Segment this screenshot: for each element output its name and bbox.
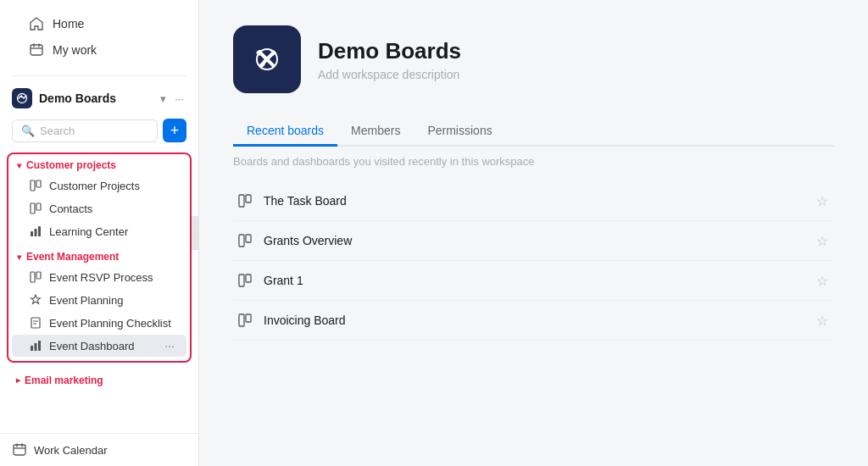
workspace-controls: ▾ ··· bbox=[158, 91, 186, 107]
board-item-icon-3 bbox=[236, 312, 253, 329]
board-name-2: Grant 1 bbox=[264, 274, 804, 287]
workspace-more-icon[interactable]: ··· bbox=[172, 91, 186, 107]
group-email-marketing[interactable]: ▾ Email marketing bbox=[7, 369, 192, 389]
chart-icon-2 bbox=[29, 339, 42, 352]
board-item-2[interactable]: Grant 1 ☆ bbox=[233, 261, 834, 301]
svg-rect-14 bbox=[38, 341, 41, 351]
svg-rect-2 bbox=[31, 180, 35, 191]
svg-rect-15 bbox=[14, 445, 25, 455]
sidebar-item-work-calendar[interactable]: Work Calendar bbox=[0, 434, 198, 466]
add-button[interactable]: + bbox=[163, 119, 186, 142]
svg-rect-7 bbox=[35, 229, 37, 236]
tab-recent-boards[interactable]: Recent boards bbox=[233, 117, 337, 147]
board-item-icon-2 bbox=[236, 272, 253, 289]
tab-members[interactable]: Members bbox=[337, 117, 414, 147]
group-customer-projects[interactable]: ▾ Customer projects bbox=[8, 154, 190, 174]
mywork-icon bbox=[29, 42, 44, 58]
sidebar-item-event-planning[interactable]: Event Planning bbox=[12, 289, 186, 311]
svg-rect-23 bbox=[239, 275, 244, 286]
workspace-logo-icon bbox=[12, 88, 32, 108]
workspace-large-icon bbox=[233, 25, 301, 93]
search-box[interactable]: 🔍 Search bbox=[12, 119, 158, 142]
star-icon-3[interactable]: ☆ bbox=[814, 312, 831, 329]
svg-rect-8 bbox=[38, 226, 41, 236]
sidebar-item-event-checklist[interactable]: Event Planning Checklist bbox=[12, 312, 186, 334]
sidebar-item-event-rsvp[interactable]: Event RSVP Process bbox=[12, 266, 186, 288]
home-icon bbox=[29, 16, 44, 31]
sidebar-item-customer-projects[interactable]: Customer Projects bbox=[12, 175, 186, 197]
doc-icon bbox=[29, 316, 42, 330]
zapier-icon bbox=[29, 293, 42, 307]
workspace-subtitle: Add workspace description bbox=[318, 68, 461, 81]
search-placeholder: Search bbox=[40, 125, 75, 137]
event-group-triangle-icon: ▾ bbox=[17, 252, 21, 262]
svg-rect-4 bbox=[31, 203, 35, 214]
bordered-group-section: ▾ Customer projects Customer Projects Co… bbox=[7, 153, 192, 363]
star-icon-2[interactable]: ☆ bbox=[814, 272, 831, 289]
nav-divider bbox=[12, 75, 186, 76]
svg-rect-24 bbox=[246, 275, 251, 282]
sidebar-item-event-dashboard[interactable]: Event Dashboard ··· bbox=[12, 335, 186, 357]
svg-rect-21 bbox=[239, 235, 244, 247]
sidebar-bottom: Work Calendar bbox=[0, 433, 198, 466]
board-item-icon-1 bbox=[236, 232, 253, 249]
sidebar-item-learning-center[interactable]: Learning Center bbox=[12, 220, 186, 242]
group-triangle-icon: ▾ bbox=[17, 161, 21, 170]
sidebar-collapse-handle[interactable]: ❮ bbox=[192, 216, 199, 250]
board-icon-2 bbox=[29, 202, 42, 215]
star-icon-1[interactable]: ☆ bbox=[814, 232, 831, 249]
workspace-info: Demo Boards Add workspace description bbox=[318, 38, 461, 81]
chart-icon bbox=[29, 225, 42, 238]
main-content: Demo Boards Add workspace description Re… bbox=[199, 0, 868, 466]
item-more-icon[interactable]: ··· bbox=[161, 339, 178, 352]
sidebar-item-home[interactable]: Home bbox=[17, 11, 181, 36]
svg-rect-9 bbox=[31, 272, 35, 282]
svg-rect-26 bbox=[246, 314, 251, 322]
svg-rect-12 bbox=[31, 346, 33, 351]
svg-rect-10 bbox=[36, 272, 41, 279]
svg-rect-22 bbox=[246, 235, 251, 242]
svg-rect-13 bbox=[35, 343, 37, 351]
workspace-chevron-icon[interactable]: ▾ bbox=[158, 91, 169, 107]
group-event-label-text: Event Management bbox=[26, 251, 119, 263]
search-icon: 🔍 bbox=[21, 125, 35, 137]
svg-rect-0 bbox=[31, 45, 42, 55]
group-label-text: Customer projects bbox=[26, 159, 116, 171]
sidebar-item-contacts[interactable]: Contacts bbox=[12, 197, 186, 219]
svg-rect-19 bbox=[239, 195, 244, 207]
svg-rect-3 bbox=[36, 180, 41, 187]
svg-rect-11 bbox=[31, 318, 40, 328]
workspace-hero: Demo Boards Add workspace description bbox=[233, 25, 834, 93]
board-icon-3 bbox=[29, 270, 42, 284]
svg-rect-20 bbox=[246, 195, 251, 202]
calendar-icon bbox=[12, 442, 27, 458]
workspace-title: Demo Boards bbox=[318, 38, 461, 64]
board-icon bbox=[29, 179, 42, 192]
board-item-3[interactable]: Invoicing Board ☆ bbox=[233, 301, 834, 341]
board-name-0: The Task Board bbox=[264, 194, 804, 208]
email-group-triangle-icon: ▾ bbox=[13, 379, 22, 383]
star-icon-0[interactable]: ☆ bbox=[814, 192, 831, 209]
tabs-row: Recent boards Members Permissions bbox=[233, 117, 834, 147]
board-item-icon-0 bbox=[236, 192, 253, 209]
boards-subtitle: Boards and dashboards you visited recent… bbox=[233, 155, 834, 168]
sidebar-item-mywork[interactable]: My work bbox=[17, 37, 181, 63]
tab-permissions[interactable]: Permissions bbox=[414, 117, 505, 147]
board-name-1: Grants Overview bbox=[264, 234, 804, 247]
workspace-name: Demo Boards bbox=[39, 92, 151, 105]
svg-rect-5 bbox=[36, 203, 41, 210]
workspace-header[interactable]: Demo Boards ▾ ··· bbox=[0, 81, 198, 115]
standalone-group-email: ▾ Email marketing bbox=[7, 369, 192, 389]
svg-rect-25 bbox=[239, 314, 244, 326]
board-list: The Task Board ☆ Grants Overview ☆ Grant… bbox=[233, 181, 834, 341]
search-row: 🔍 Search + bbox=[0, 115, 198, 149]
board-item-1[interactable]: Grants Overview ☆ bbox=[233, 221, 834, 261]
svg-rect-6 bbox=[31, 231, 33, 236]
group-event-management[interactable]: ▾ Event Management bbox=[8, 246, 190, 265]
sidebar: Home My work Demo Boards ▾ ··· bbox=[0, 0, 199, 466]
email-group-label: Email marketing bbox=[25, 374, 103, 386]
board-item-0[interactable]: The Task Board ☆ bbox=[233, 181, 834, 221]
board-name-3: Invoicing Board bbox=[264, 313, 804, 327]
sidebar-top-nav: Home My work bbox=[0, 0, 198, 70]
